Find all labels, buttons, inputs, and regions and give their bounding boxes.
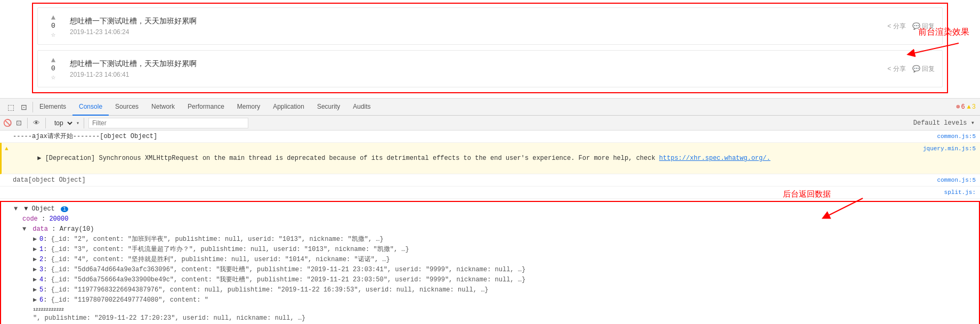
toggle-eye-btn[interactable]: 👁 bbox=[32, 118, 41, 128]
toolbar-sep-3 bbox=[84, 118, 84, 128]
console-content: -----ajax请求开始-------[object Object] comm… bbox=[0, 131, 980, 324]
console-row-deprecation: ▲ ▶ [Deprecation] Synchronous XMLHttpReq… bbox=[0, 143, 980, 174]
star-icon-1[interactable]: ☆ bbox=[51, 30, 55, 39]
warning-triangle-icon: ▲ bbox=[5, 144, 9, 153]
array-item-0: ▶0: {_id: "2", content: "加班到半夜", publish… bbox=[1, 234, 979, 245]
context-select[interactable]: top bbox=[50, 118, 74, 128]
backend-annotation-wrapper: 后台返回数据 ▼ ▼ Object 1 code : 20000 bbox=[0, 201, 980, 324]
item-expand-0[interactable]: ▶ bbox=[33, 235, 39, 244]
console-toolbar: 🚫 ⊡ 👁 top ▾ Default levels ▾ bbox=[0, 116, 980, 131]
console-file-jquery[interactable]: jquery.min.js:5 bbox=[923, 144, 976, 153]
upvote-icon-2[interactable]: ▲ bbox=[51, 56, 55, 64]
backend-arrow bbox=[820, 196, 873, 222]
frontend-label-container: 前台渲染效果 bbox=[905, 27, 969, 59]
tab-memory[interactable]: Memory bbox=[231, 99, 266, 116]
console-file-split[interactable]: split.js: bbox=[944, 188, 976, 197]
star-icon-2[interactable]: ☆ bbox=[51, 72, 55, 82]
frontend-section: ▲ 0 ☆ 想吐槽一下测试吐槽，天天加班好累啊 2019-11-23 14:06… bbox=[0, 0, 980, 99]
item-expand-3[interactable]: ▶ bbox=[33, 265, 39, 274]
tab-icons-group: ⬚ ⊡ bbox=[2, 102, 33, 112]
console-row-ajax: -----ajax请求开始-------[object Object] comm… bbox=[0, 131, 980, 143]
console-file-ajax[interactable]: common.js:5 bbox=[937, 132, 976, 141]
tab-security[interactable]: Security bbox=[311, 99, 346, 116]
item-expand-5[interactable]: ▶ bbox=[33, 286, 39, 295]
post-card-2: ▲ 0 ☆ 想吐槽一下测试吐槽，天天加班好累啊 2019-11-23 14:06… bbox=[37, 50, 943, 87]
frontend-label: 前台渲染效果 bbox=[918, 27, 969, 38]
vote-area-2: ▲ 0 ☆ bbox=[45, 56, 61, 82]
post-title-2: 想吐槽一下测试吐槽，天天加班好累啊 bbox=[70, 59, 887, 69]
post-actions-2: < 分享 💬 回复 bbox=[887, 64, 935, 74]
post-content-2: 想吐槽一下测试吐槽，天天加班好累啊 2019-11-23 14:06:41 bbox=[70, 59, 887, 78]
array-items: ▶0: {_id: "2", content: "加班到半夜", publish… bbox=[1, 234, 979, 324]
error-indicator: ⊗ 6 bbox=[956, 103, 965, 111]
obj-code-key: code bbox=[22, 215, 38, 223]
post-time-2: 2019-11-23 14:06:41 bbox=[70, 71, 887, 78]
array-item-4: ▶4: {_id: "5dd6a756664a9e33900be49c", co… bbox=[1, 275, 979, 285]
post-time-1: 2019-11-23 14:06:24 bbox=[70, 28, 887, 36]
inspect-icon[interactable]: ⬚ bbox=[5, 102, 17, 112]
devtools-tabs: ⬚ ⊡ Elements Console Sources Network Per… bbox=[0, 99, 980, 116]
svg-line-0 bbox=[911, 43, 959, 54]
obj-data-key: data bbox=[33, 225, 48, 233]
obj-data-row: ▼ data : Array(10) bbox=[1, 224, 979, 234]
default-levels-btn[interactable]: Default levels ▾ bbox=[910, 118, 978, 128]
array-item-5: ▶5: {_id: "119779683226694387976", conte… bbox=[1, 285, 979, 295]
status-icons: ⊗ 6 ▲ 3 bbox=[956, 103, 980, 111]
tab-performance[interactable]: Performance bbox=[181, 99, 231, 116]
array-item-1: ▶1: {_id: "3", content: "手机流量超了咋办？", pub… bbox=[1, 245, 979, 255]
context-dropdown-arrow: ▾ bbox=[76, 120, 79, 126]
tab-network[interactable]: Network bbox=[145, 99, 181, 116]
tab-sources[interactable]: Sources bbox=[109, 99, 145, 116]
tab-application[interactable]: Application bbox=[266, 99, 311, 116]
vote-count-2: 0 bbox=[51, 64, 55, 72]
array-item-6: ▶6: {_id: "119780700226497774080", conte… bbox=[1, 295, 979, 323]
upvote-icon-1[interactable]: ▲ bbox=[51, 13, 55, 22]
obj-expand-arrow[interactable]: ▼ bbox=[14, 205, 20, 214]
share-btn-1[interactable]: < 分享 bbox=[887, 22, 905, 31]
console-text-ajax: -----ajax请求开始-------[object Object] bbox=[13, 132, 933, 141]
vote-count-1: 0 bbox=[51, 22, 55, 30]
array-item-3: ▶3: {_id: "5dd6a74d664a9e3afc363096", co… bbox=[1, 265, 979, 275]
xhr-spec-link[interactable]: https://xhr.spec.whatwg.org/. bbox=[659, 155, 771, 162]
obj-data-expand[interactable]: ▼ bbox=[22, 225, 29, 234]
device-icon[interactable]: ⊡ bbox=[19, 102, 29, 112]
frontend-arrow bbox=[905, 38, 969, 59]
console-file-data[interactable]: common.js:5 bbox=[937, 175, 976, 185]
item-expand-2[interactable]: ▶ bbox=[33, 255, 39, 264]
svg-line-1 bbox=[825, 198, 863, 217]
share-btn-2[interactable]: < 分享 bbox=[887, 64, 905, 74]
console-row-data: data[object Object] common.js:5 bbox=[0, 174, 980, 187]
tab-console[interactable]: Console bbox=[72, 99, 109, 116]
item-expand-6[interactable]: ▶ bbox=[33, 296, 39, 305]
array-item-2: ▶2: {_id: "4", content: "坚持就是胜利", publis… bbox=[1, 255, 979, 265]
item-expand-4[interactable]: ▶ bbox=[33, 276, 39, 285]
obj-label: ▼ Object bbox=[24, 205, 55, 213]
post-card-1: ▲ 0 ☆ 想吐槽一下测试吐槽，天天加班好累啊 2019-11-23 14:06… bbox=[37, 7, 943, 45]
reply-btn-2[interactable]: 💬 回复 bbox=[912, 64, 935, 74]
post-content-1: 想吐槽一下测试吐槽，天天加班好累啊 2019-11-23 14:06:24 bbox=[70, 17, 887, 36]
vote-area-1: ▲ 0 ☆ bbox=[45, 13, 61, 39]
toolbar-sep-1 bbox=[27, 118, 28, 128]
tab-elements[interactable]: Elements bbox=[33, 99, 72, 116]
console-text-deprecation: ▶ [Deprecation] Synchronous XMLHttpReque… bbox=[14, 144, 919, 173]
console-text-data: data[object Object] bbox=[13, 175, 933, 185]
clear-console-btn[interactable]: 🚫 bbox=[2, 118, 13, 128]
obj-badge: 1 bbox=[61, 206, 68, 212]
obj-data-type: Array(10) bbox=[60, 225, 94, 233]
obj-code-val: 20000 bbox=[49, 215, 68, 223]
toggle-filter-btn[interactable]: ⊡ bbox=[15, 118, 23, 128]
filter-input[interactable] bbox=[88, 118, 248, 128]
toolbar-sep-2 bbox=[45, 118, 46, 128]
post-title-1: 想吐槽一下测试吐槽，天天加班好累啊 bbox=[70, 17, 887, 26]
warning-indicator: ▲ 3 bbox=[967, 103, 976, 111]
item-expand-1[interactable]: ▶ bbox=[33, 245, 39, 254]
tab-audits[interactable]: Audits bbox=[346, 99, 377, 116]
